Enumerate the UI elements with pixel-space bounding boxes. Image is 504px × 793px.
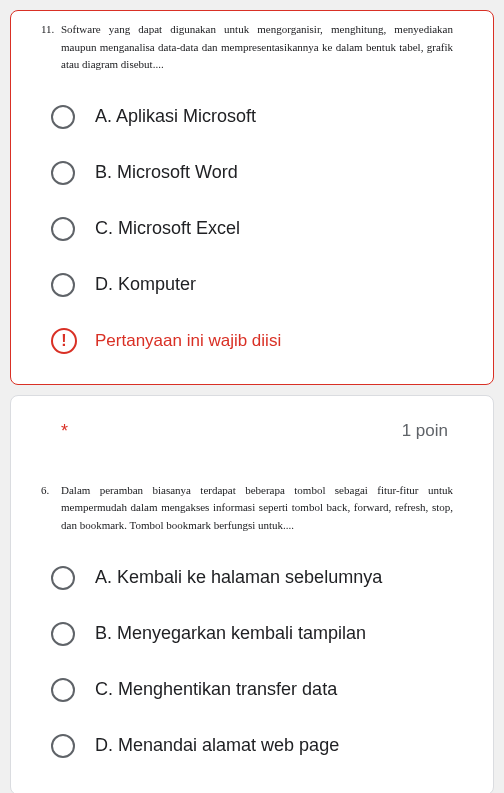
option-label: B. Menyegarkan kembali tampilan — [95, 623, 366, 644]
exclamation-icon: ! — [61, 332, 66, 350]
question-number: 11. — [41, 21, 54, 39]
radio-icon — [51, 273, 75, 297]
points-label: 1 poin — [402, 421, 448, 441]
option-b-11[interactable]: B. Microsoft Word — [51, 145, 453, 201]
option-c-11[interactable]: C. Microsoft Excel — [51, 201, 453, 257]
question-card-6: * 1 poin 6. Dalam peramban biasanya terd… — [10, 395, 494, 793]
option-d-11[interactable]: D. Komputer — [51, 257, 453, 313]
required-star: * — [61, 421, 68, 442]
options-container-11: A. Aplikasi Microsoft B. Microsoft Word … — [11, 89, 493, 313]
option-b-6[interactable]: B. Menyegarkan kembali tampilan — [51, 606, 453, 662]
radio-icon — [51, 217, 75, 241]
option-label: A. Kembali ke halaman sebelumnya — [95, 567, 382, 588]
option-a-6[interactable]: A. Kembali ke halaman sebelumnya — [51, 550, 453, 606]
alert-icon: ! — [51, 328, 77, 354]
option-label: C. Microsoft Excel — [95, 218, 240, 239]
option-a-11[interactable]: A. Aplikasi Microsoft — [51, 89, 453, 145]
radio-icon — [51, 161, 75, 185]
question-number: 6. — [41, 482, 49, 500]
question-body: Software yang dapat digunakan untuk meng… — [61, 23, 453, 70]
radio-icon — [51, 566, 75, 590]
option-label: C. Menghentikan transfer data — [95, 679, 337, 700]
error-message: ! Pertanyaan ini wajib diisi — [11, 313, 493, 364]
option-label: A. Aplikasi Microsoft — [95, 106, 256, 127]
question-body: Dalam peramban biasanya terdapat beberap… — [61, 484, 453, 531]
radio-icon — [51, 678, 75, 702]
error-text: Pertanyaan ini wajib diisi — [95, 331, 281, 351]
question-text-6: 6. Dalam peramban biasanya terdapat bebe… — [11, 452, 493, 550]
radio-icon — [51, 105, 75, 129]
option-c-6[interactable]: C. Menghentikan transfer data — [51, 662, 453, 718]
question-card-11: 11. Software yang dapat digunakan untuk … — [10, 10, 494, 385]
radio-icon — [51, 622, 75, 646]
options-container-6: A. Kembali ke halaman sebelumnya B. Meny… — [11, 550, 493, 774]
option-label: B. Microsoft Word — [95, 162, 238, 183]
option-label: D. Menandai alamat web page — [95, 735, 339, 756]
option-label: D. Komputer — [95, 274, 196, 295]
radio-icon — [51, 734, 75, 758]
option-d-6[interactable]: D. Menandai alamat web page — [51, 718, 453, 774]
question-header-6: * 1 poin — [11, 396, 493, 452]
question-text-11: 11. Software yang dapat digunakan untuk … — [11, 11, 493, 89]
